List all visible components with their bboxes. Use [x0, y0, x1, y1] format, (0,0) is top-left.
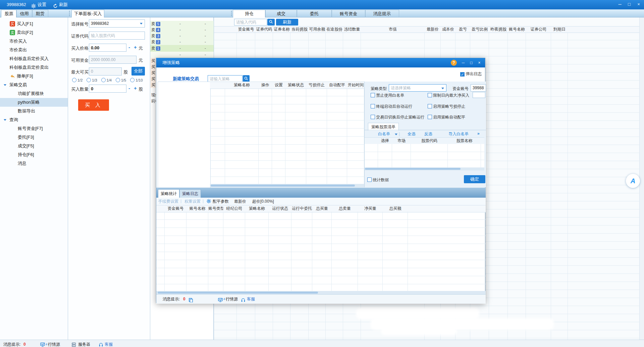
tab-orders[interactable]: 委托 — [297, 10, 332, 18]
column-header[interactable]: 亏损停止 — [306, 82, 327, 89]
sell3-row[interactable]: 卖3 -- — [150, 33, 214, 39]
sidebar-item-positions[interactable]: 持仓[F6] — [0, 150, 68, 159]
column-header[interactable]: 市场 — [392, 138, 411, 144]
close-button[interactable]: × — [634, 0, 643, 9]
column-header[interactable]: 总卖量 — [332, 205, 358, 212]
column-header[interactable]: 盈亏 — [455, 27, 470, 33]
sidebar-item-cancel-order[interactable]: 撤单[F3] — [0, 72, 68, 81]
sidebar-item-orders[interactable]: 委托[F3] — [0, 133, 68, 142]
loss-stop-checkbox[interactable]: 启用策略亏损停止 — [428, 104, 465, 109]
server-label[interactable]: 服务器 — [78, 340, 90, 347]
strategy-type-select[interactable]: 请选择策略 — [389, 84, 446, 92]
invert-select-link[interactable]: 反选 — [424, 131, 432, 137]
column-header[interactable]: 账号类型 — [208, 205, 223, 212]
stock-list-tab[interactable]: 策略股票清单 — [368, 123, 399, 131]
fund-account-input[interactable] — [471, 84, 486, 92]
column-header[interactable]: 总买额 — [383, 205, 408, 212]
strategy-tree-panel[interactable] — [158, 82, 211, 188]
stats-data-checkbox[interactable]: 统计数据 — [367, 177, 389, 183]
refresh-button[interactable]: 刷新 — [59, 0, 68, 9]
more-link[interactable]: » — [477, 131, 480, 136]
column-header[interactable]: 自动配平 — [327, 82, 347, 89]
fraction-radio-1-2[interactable]: 1/2 — [72, 78, 83, 82]
sidebar-item-market-sell[interactable]: 市价卖出 — [0, 46, 68, 54]
quote-source-label[interactable]: 行情源 — [48, 340, 60, 347]
service-link[interactable]: 客服 — [247, 295, 255, 303]
vertical-scrollbar[interactable] — [639, 17, 644, 340]
column-header[interactable]: 股票名称 — [448, 138, 481, 144]
account-select[interactable]: 39988362 — [89, 19, 145, 28]
column-header[interactable]: 净买量 — [358, 205, 383, 212]
minimize-icon[interactable]: ─ — [460, 60, 466, 66]
forbid-whitelist-checkbox[interactable]: 禁止使用白名单 — [371, 93, 404, 98]
maximize-button[interactable]: □ — [625, 0, 634, 9]
horizontal-scrollbar[interactable] — [210, 184, 364, 187]
horizontal-scrollbar[interactable] — [365, 167, 484, 170]
premium-option[interactable]: 超价[0.00%] — [252, 199, 274, 204]
column-header[interactable]: 盈亏比例 — [470, 27, 489, 33]
sidebar-item-python-strategy[interactable]: python策略 — [0, 98, 68, 107]
column-header[interactable]: 开始时间 — [347, 82, 364, 89]
scrollbar-thumb[interactable] — [211, 185, 355, 187]
balance-param-button[interactable]: 配平参数 — [213, 199, 229, 204]
help-icon[interactable]: ? — [451, 60, 457, 66]
fraction-radio-1-5[interactable]: 1/5 — [116, 78, 126, 82]
select-all-link[interactable]: 全选 — [408, 131, 416, 137]
sidebar-item-star-after-buy[interactable]: 科创板盘后定价买入 — [0, 54, 68, 63]
column-header[interactable]: 策略状态 — [285, 82, 306, 89]
service-link[interactable]: 客服 — [105, 340, 113, 347]
column-header[interactable]: 证券公司 — [526, 27, 551, 33]
column-header[interactable]: 当前拥股 — [290, 27, 309, 33]
search-icon[interactable] — [267, 19, 275, 26]
weight-setting-link[interactable]: 权重设置 — [184, 199, 201, 204]
fraction-radio-1-3[interactable]: 1/3 — [87, 78, 97, 82]
tab-trades[interactable]: 成交 — [265, 10, 297, 18]
sell5-row[interactable]: 卖5 -- — [150, 21, 214, 27]
column-header[interactable]: 股票代码 — [411, 138, 448, 144]
popup-log-checkbox[interactable]: ✓ 弹出日志 — [460, 71, 482, 77]
tab-strategy-stats[interactable]: 策略统计 — [158, 189, 179, 198]
maximize-icon[interactable]: □ — [468, 60, 474, 66]
column-header[interactable]: 运行状态 — [269, 205, 291, 212]
scrollbar-thumb[interactable] — [158, 292, 318, 294]
horizontal-scrollbar[interactable] — [156, 291, 486, 294]
log-icon[interactable] — [189, 297, 193, 305]
sidebar-group-strategy-trading[interactable]: 策略交易 — [0, 81, 68, 89]
column-header[interactable]: 经纪公司 — [223, 205, 245, 212]
sidebar-item-account-funds[interactable]: 账号资金[F7] — [0, 124, 68, 133]
column-header[interactable]: 成本价 — [441, 27, 455, 33]
column-header[interactable]: 到期日 — [551, 27, 568, 33]
latest-price-option[interactable]: 最新价 — [234, 199, 246, 204]
sidebar-item-buy[interactable]: 买 买入[F1] — [0, 19, 68, 28]
tab-strategy-log[interactable]: 策略日志 — [179, 189, 201, 198]
qty-plus-button[interactable]: + — [134, 85, 137, 91]
fraction-radio-1-10[interactable]: 1/10 — [130, 78, 143, 82]
tab-order-panel[interactable]: 下单面板-买入 — [71, 10, 104, 18]
column-header[interactable]: 最新价 — [425, 27, 441, 33]
sidebar-group-query[interactable]: 查询 — [0, 115, 68, 124]
net-buy-limit-input[interactable] — [473, 92, 485, 98]
sidebar-item-trades[interactable]: 成交[F5] — [0, 142, 68, 150]
tab-credit[interactable]: 信用 — [16, 10, 33, 18]
sell4-row[interactable]: 卖4 -- — [150, 27, 214, 33]
import-whitelist-link[interactable]: 导入白名单 — [448, 131, 469, 137]
sidebar-item-sell[interactable]: 卖 卖出[F2] — [0, 28, 68, 37]
fee-setting-link[interactable]: 手续费设置 — [158, 199, 178, 204]
column-header[interactable]: 证券名称 — [273, 27, 290, 33]
tab-positions[interactable]: 持仓 — [233, 10, 266, 18]
column-header[interactable]: 证券代码 — [255, 27, 273, 33]
scrollbar-thumb[interactable] — [365, 168, 461, 170]
ok-button[interactable]: 确定 — [464, 175, 485, 183]
buy-qty-input[interactable] — [89, 85, 126, 93]
sidebar-item-star-after-sell[interactable]: 科创板盘后定价卖出 — [0, 63, 68, 72]
tab-account-funds[interactable]: 账号资金 — [331, 10, 366, 18]
tab-stock[interactable]: 股票 — [1, 10, 17, 18]
sidebar-item-market-buy[interactable]: 市价买入 — [0, 37, 68, 46]
column-header[interactable]: 市值 — [361, 27, 425, 33]
quote-source-label[interactable]: 行情源 — [226, 295, 238, 303]
qty-minus-button[interactable]: - — [128, 85, 130, 91]
column-header[interactable]: 昨夜拥股 — [489, 27, 508, 33]
column-header[interactable]: 策略名称 — [245, 205, 269, 212]
close-icon[interactable]: × — [476, 60, 482, 66]
column-header[interactable]: 操作 — [259, 82, 272, 89]
